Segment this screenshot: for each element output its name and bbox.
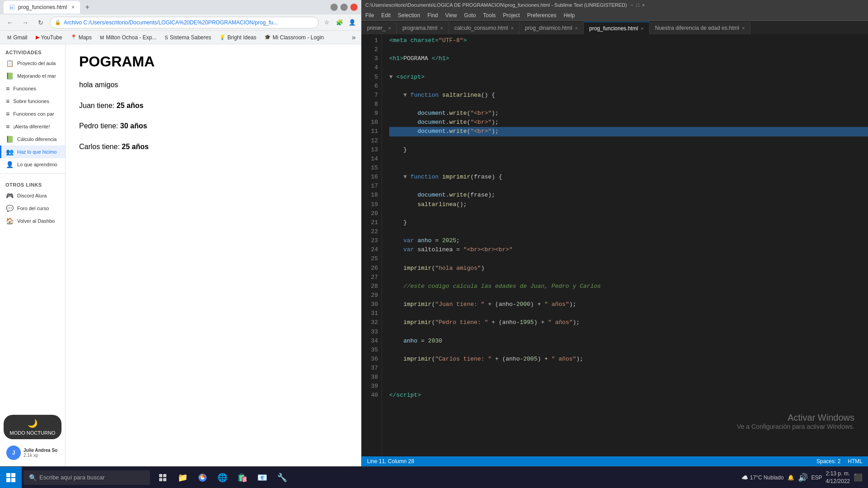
code-line-40: </script> [389, 391, 868, 400]
tab-dinamico-close[interactable]: × [575, 25, 578, 31]
extensions-btn[interactable]: 🧩 [334, 17, 345, 28]
svg-rect-6 [159, 474, 162, 477]
window-maximize-btn[interactable] [340, 4, 348, 11]
editor-maximize-btn[interactable]: □ [636, 2, 639, 8]
svg-rect-9 [163, 478, 166, 481]
menu-goto[interactable]: Goto [464, 12, 476, 19]
tab-funciones-close[interactable]: × [641, 26, 643, 31]
editor-tab-dinamico[interactable]: prog_dinamico.html × [519, 22, 584, 34]
sidebar-item-mejorando[interactable]: 📗 Mejorando el mar [0, 70, 65, 82]
classroom-sidebar: ACTIVIDADES 📋 Proyecto del aula 📗 Mejora… [0, 44, 66, 466]
svg-rect-7 [163, 474, 166, 477]
tab-programa-close[interactable]: × [440, 25, 443, 31]
bookmark-gmail[interactable]: M Gmail [4, 33, 31, 42]
editor-statusbar: Line 11, Column 28 Spaces: 2 HTML [362, 456, 868, 466]
sidebar-item-proyecto[interactable]: 📋 Proyecto del aula [0, 57, 65, 70]
bookmark-star-btn[interactable]: ☆ [321, 17, 332, 28]
menu-edit[interactable]: Edit [381, 12, 391, 19]
sidebar-item-haz[interactable]: 👥 Haz lo que hicimo [0, 145, 65, 158]
menu-tools[interactable]: Tools [483, 12, 496, 19]
window-minimize-btn[interactable] [330, 4, 338, 11]
code-line-6 [389, 82, 868, 91]
editor-close-btn[interactable]: × [642, 2, 645, 8]
menu-file[interactable]: File [365, 12, 374, 19]
editor-tab-funciones[interactable]: prog_funciones.html × [584, 22, 650, 34]
editor-tab-calculo[interactable]: calculo_consumo.html × [449, 22, 519, 34]
new-tab-btn[interactable]: + [82, 2, 93, 13]
volume-icon[interactable]: 🔊 [798, 473, 808, 483]
tab-favicon-icon: H [9, 4, 15, 10]
sidebar-item-alerta[interactable]: ≡ ¡Alerta diferente! [0, 120, 65, 133]
sidebar-item-funciones-par[interactable]: ≡ Funciones con par [0, 108, 65, 120]
bookmark-saberes[interactable]: S Sistema Saberes [161, 33, 215, 42]
taskbar-chrome[interactable] [193, 469, 212, 487]
sidebar-item-calculo[interactable]: 📗 Cálculo diferencia [0, 133, 65, 145]
editor-tab-programa[interactable]: programa.html × [397, 22, 449, 34]
code-line-2 [389, 45, 868, 54]
editor-minimize-btn[interactable]: − [631, 2, 633, 8]
bookmark-gmail-label: Gmail [13, 34, 27, 41]
night-mode-button[interactable]: 🌙 MODO NOCTURNO [4, 415, 61, 439]
taskbar-file-explorer[interactable]: 📁 [174, 469, 192, 487]
editor-tab-diferencia[interactable]: Nuestra diferencia de edad es.html × [650, 22, 751, 34]
code-line-38 [389, 373, 868, 382]
browser-active-tab[interactable]: H prog_funciones.html × [4, 1, 80, 14]
juan-value: 25 años [117, 102, 144, 109]
sidebar-item-sobre[interactable]: ≡ Sobre funciones [0, 95, 65, 108]
start-button[interactable] [0, 467, 22, 488]
bright-icon: 💡 [219, 34, 226, 40]
bookmark-bright-label: Bright Ideas [227, 34, 256, 41]
bookmark-bright[interactable]: 💡 Bright Ideas [216, 33, 260, 42]
code-line-33 [389, 328, 868, 337]
taskbar-search-placeholder: Escribe aquí para buscar [39, 474, 105, 481]
back-button[interactable]: ← [4, 16, 16, 29]
user-info: J Julie Andrea So 2.1k xp [4, 443, 61, 463]
code-area[interactable]: <meta charset="UTF-8"> <h1>POGRAMA </h1>… [382, 34, 868, 456]
menu-project[interactable]: Project [503, 12, 520, 19]
page-content-area: POGRAMA hola amigos Juan tiene: 25 años … [66, 44, 361, 466]
tab-diferencia-close[interactable]: × [742, 25, 745, 31]
address-bar[interactable]: 🔒 Archivo C:/Users/escritorio/Documents/… [50, 17, 319, 28]
code-line-8 [389, 100, 868, 109]
sidebar-item-funciones[interactable]: ≡ Funciones [0, 82, 65, 95]
bookmarks-more-btn[interactable]: » [350, 33, 358, 42]
code-line-10: document.write("<br>"); [389, 118, 868, 127]
sidebar-item-foro[interactable]: 💬 Foro del curso [0, 202, 65, 215]
taskbar-search-box[interactable]: 🔍 Escribe aquí para buscar [24, 470, 150, 485]
menu-preferences[interactable]: Preferences [527, 12, 557, 19]
code-line-21: } [389, 218, 868, 227]
bookmark-maps[interactable]: 📍 Maps [67, 33, 95, 42]
code-line-29 [389, 291, 868, 300]
bookmark-milton[interactable]: M Milton Ochoa - Exp... [96, 33, 160, 42]
sidebar-item-dashboard-label: Volver al Dashbo [17, 218, 55, 224]
profile-btn[interactable]: 👤 [347, 17, 358, 28]
code-line-20 [389, 209, 868, 218]
menu-help[interactable]: Help [564, 12, 575, 19]
editor-tab-primer[interactable]: primer_ × [362, 22, 397, 34]
bookmark-classroom[interactable]: 🎓 Mi Classroom - Login [261, 33, 327, 42]
taskbar-outlook[interactable]: 📧 [253, 469, 271, 487]
taskbar-edge[interactable]: 🌐 [213, 469, 231, 487]
svg-rect-4 [6, 478, 10, 482]
window-close-btn[interactable] [350, 4, 358, 11]
tab-programa-label: programa.html [402, 25, 437, 31]
show-desktop-btn[interactable]: ⬛ [854, 473, 863, 482]
taskbar-app-extra[interactable]: 🔧 [273, 469, 291, 487]
menu-selection[interactable]: Selection [398, 12, 420, 19]
reload-button[interactable]: ↻ [34, 16, 47, 29]
taskbar-store[interactable]: 🛍️ [233, 469, 251, 487]
notification-icon[interactable]: 🔔 [788, 474, 794, 481]
code-line-4 [389, 63, 868, 72]
forward-button[interactable]: → [19, 16, 32, 29]
taskbar-task-view[interactable] [154, 469, 172, 487]
sidebar-item-dashboard[interactable]: 🏠 Volver al Dashbo [0, 215, 65, 227]
tab-calculo-close[interactable]: × [511, 25, 514, 31]
sidebar-item-discord[interactable]: 🎮 Discord Alura [0, 189, 65, 202]
menu-find[interactable]: Find [427, 12, 438, 19]
tab-primer-close[interactable]: × [388, 25, 391, 31]
tab-close-btn[interactable]: × [71, 4, 75, 10]
svg-text:H: H [10, 6, 13, 10]
sidebar-item-lo-que[interactable]: 👤 Lo que aprendimo [0, 158, 65, 171]
bookmark-youtube[interactable]: ▶ YouTube [32, 33, 66, 42]
menu-view[interactable]: View [445, 12, 457, 19]
